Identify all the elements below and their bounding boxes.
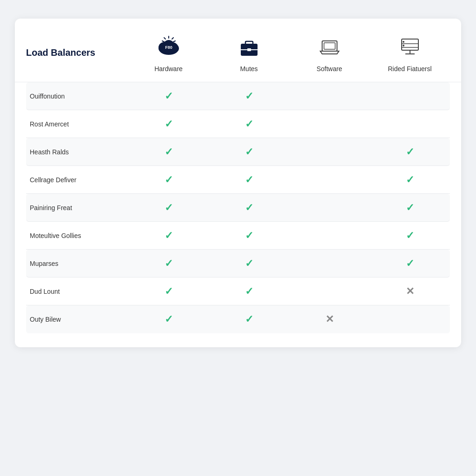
cell-rided: ✓ bbox=[370, 202, 450, 214]
table-row: Muparses ✓ ✓ ✓ bbox=[26, 250, 450, 278]
cell-hardware: ✓ bbox=[128, 202, 209, 214]
row-label: Moteultive Gollies bbox=[26, 232, 128, 239]
empty-cell bbox=[324, 175, 335, 185]
table-row: Rost Amercet ✓ ✓ bbox=[26, 110, 450, 138]
cell-hardware: ✓ bbox=[128, 118, 209, 130]
table-row: Ouiffonution ✓ ✓ bbox=[26, 82, 450, 110]
hardware-icon: F80 bbox=[155, 33, 183, 60]
cell-hardware: ✓ bbox=[128, 90, 209, 102]
svg-rect-13 bbox=[247, 48, 251, 51]
col-label-hardware: Hardware bbox=[154, 65, 183, 73]
cell-hardware: ✓ bbox=[128, 285, 209, 298]
row-label: Dud Lount bbox=[26, 288, 128, 295]
svg-rect-11 bbox=[245, 41, 253, 45]
page-title: Load Balancers bbox=[26, 47, 128, 58]
col-header-software: Software bbox=[289, 33, 370, 73]
cell-mutes: ✓ bbox=[209, 230, 289, 242]
cell-rided: ✓ bbox=[370, 230, 450, 242]
cell-mutes: ✓ bbox=[209, 174, 289, 186]
empty-cell bbox=[405, 91, 415, 101]
check-icon: ✓ bbox=[165, 258, 173, 270]
table-row: Painiring Freat ✓ ✓ ✓ bbox=[26, 194, 450, 222]
cell-hardware: ✓ bbox=[128, 258, 209, 270]
table-row: Cellrage Defiver ✓ ✓ ✓ bbox=[26, 166, 450, 194]
col-header-rided: Rided Fiatuersl bbox=[370, 33, 450, 73]
table-row: Outy Bilew ✓ ✓ ✕ bbox=[26, 305, 450, 333]
cell-rided: ✓ bbox=[370, 258, 450, 270]
cell-software bbox=[289, 119, 370, 129]
check-icon: ✓ bbox=[245, 285, 253, 298]
svg-line-6 bbox=[172, 38, 173, 39]
cell-mutes: ✓ bbox=[209, 90, 289, 102]
cell-mutes: ✓ bbox=[209, 146, 289, 158]
cell-hardware: ✓ bbox=[128, 146, 209, 158]
svg-point-23 bbox=[403, 45, 404, 46]
check-icon: ✓ bbox=[245, 258, 253, 270]
check-icon: ✓ bbox=[165, 174, 173, 186]
cell-mutes: ✓ bbox=[209, 118, 289, 130]
cell-rided bbox=[370, 314, 450, 324]
row-label: Rost Amercet bbox=[26, 120, 128, 128]
software-icon bbox=[316, 33, 344, 60]
col-label-mutes: Mutes bbox=[240, 65, 258, 73]
cell-rided bbox=[370, 119, 450, 129]
empty-cell bbox=[324, 147, 335, 157]
cell-mutes: ✓ bbox=[209, 258, 289, 270]
check-icon: ✓ bbox=[165, 146, 173, 158]
col-header-hardware: F80 Hardware bbox=[128, 33, 209, 73]
cell-mutes: ✓ bbox=[209, 202, 289, 214]
svg-text:F80: F80 bbox=[165, 45, 172, 50]
cell-rided: ✕ bbox=[370, 285, 450, 298]
check-icon: ✓ bbox=[245, 313, 253, 325]
col-header-mutes: Mutes bbox=[209, 33, 289, 73]
cell-rided bbox=[370, 91, 450, 101]
check-icon: ✓ bbox=[165, 90, 173, 102]
row-label: Painiring Freat bbox=[26, 204, 128, 212]
empty-cell bbox=[324, 286, 335, 297]
comparison-card: Load Balancers F80 bbox=[15, 19, 461, 347]
cell-software bbox=[289, 91, 370, 101]
cross-icon: ✕ bbox=[325, 313, 334, 325]
empty-cell bbox=[324, 231, 335, 241]
check-icon: ✓ bbox=[245, 174, 253, 186]
check-icon: ✓ bbox=[245, 118, 253, 130]
empty-cell bbox=[324, 203, 335, 213]
cell-software bbox=[289, 175, 370, 185]
check-icon: ✓ bbox=[165, 202, 173, 214]
check-icon: ✓ bbox=[165, 313, 173, 325]
table-row: Dud Lount ✓ ✓ ✕ bbox=[26, 278, 450, 305]
check-icon: ✓ bbox=[406, 258, 414, 270]
svg-rect-17 bbox=[402, 39, 418, 50]
col-label-software: Software bbox=[317, 65, 342, 73]
check-icon: ✓ bbox=[165, 285, 173, 298]
row-label: Heasth Ralds bbox=[26, 148, 128, 156]
check-icon: ✓ bbox=[245, 90, 253, 102]
empty-cell bbox=[324, 119, 335, 129]
cell-mutes: ✓ bbox=[209, 285, 289, 298]
svg-line-9 bbox=[162, 41, 164, 42]
check-icon: ✓ bbox=[406, 146, 414, 158]
cell-software bbox=[289, 258, 370, 269]
check-icon: ✓ bbox=[406, 202, 414, 214]
cell-software bbox=[289, 231, 370, 241]
row-label: Outy Bilew bbox=[26, 316, 128, 323]
row-label: Ouiffonution bbox=[26, 93, 128, 100]
svg-line-7 bbox=[164, 38, 165, 39]
cell-software: ✕ bbox=[289, 313, 370, 325]
check-icon: ✓ bbox=[406, 174, 414, 186]
svg-rect-15 bbox=[324, 43, 335, 49]
check-icon: ✓ bbox=[165, 118, 173, 130]
check-icon: ✓ bbox=[245, 146, 253, 158]
mutes-icon bbox=[235, 33, 263, 60]
empty-cell bbox=[324, 91, 335, 101]
svg-point-22 bbox=[403, 41, 404, 43]
check-icon: ✓ bbox=[165, 230, 173, 242]
table-row: Heasth Ralds ✓ ✓ ✓ bbox=[26, 138, 450, 166]
row-label: Cellrage Defiver bbox=[26, 176, 128, 184]
row-label: Muparses bbox=[26, 260, 128, 267]
check-icon: ✓ bbox=[245, 230, 253, 242]
rided-icon bbox=[396, 33, 424, 60]
cell-hardware: ✓ bbox=[128, 313, 209, 325]
empty-cell bbox=[405, 119, 415, 129]
cross-icon: ✕ bbox=[406, 285, 414, 298]
